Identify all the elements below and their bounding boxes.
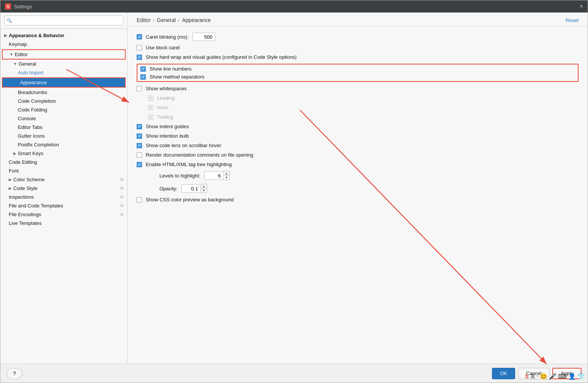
sidebar-item-label: Code Editing: [9, 159, 37, 165]
titlebar-left: S Settings: [5, 3, 32, 9]
app-icon: S: [5, 3, 11, 9]
expand-arrow: ▶: [4, 33, 7, 38]
trailing-checkbox[interactable]: [148, 115, 153, 120]
caret-blinking-input[interactable]: [192, 33, 215, 41]
show-whitespaces-row: Show whitespaces: [137, 86, 579, 91]
levels-spinner: ▲ ▼: [204, 171, 230, 180]
sidebar-item-file-encodings[interactable]: File Encodings ⧉: [0, 210, 127, 219]
opacity-input[interactable]: [181, 184, 200, 193]
show-code-lens-checkbox[interactable]: [137, 143, 142, 148]
sidebar-item-live-templates[interactable]: Live Templates: [0, 219, 127, 228]
copy-icon: ⧉: [120, 212, 123, 217]
sidebar-item-appearance[interactable]: Appearance: [3, 78, 125, 87]
show-css-color-checkbox[interactable]: [137, 197, 142, 202]
sidebar-item-label: Postfix Completion: [18, 142, 59, 148]
levels-label: Levels to highlight:: [159, 173, 200, 179]
sidebar-item-code-style[interactable]: ▶ Code Style ⧉: [0, 184, 127, 193]
sidebar-item-file-code-templates[interactable]: File and Code Templates ⧉: [0, 201, 127, 210]
cancel-button[interactable]: Cancel: [518, 368, 549, 379]
sidebar-item-console[interactable]: Console: [0, 114, 127, 123]
show-indent-guides-row: Show indent guides: [137, 124, 579, 129]
show-indent-guides-checkbox[interactable]: [137, 124, 142, 129]
caret-blinking-checkbox[interactable]: [137, 34, 142, 39]
copy-icon: ⧉: [120, 203, 123, 208]
show-method-sep-label: Show method separators: [150, 74, 205, 80]
show-intention-bulb-label: Show intention bulb: [146, 133, 189, 139]
show-method-separators-row: Show method separators: [140, 74, 575, 80]
content-panel: Editor › General › Appearance Reset Care…: [128, 13, 588, 364]
show-method-sep-checkbox[interactable]: [140, 74, 146, 80]
reset-link[interactable]: Reset: [566, 17, 579, 23]
ok-button[interactable]: OK: [492, 368, 515, 379]
breadcrumb-sep2: ›: [178, 17, 180, 23]
settings-panel: Caret blinking (ms): Use block caret Sho…: [128, 27, 588, 364]
show-line-numbers-label: Show line numbers: [150, 66, 192, 72]
enable-html-xml-checkbox[interactable]: [137, 162, 142, 167]
sidebar-item-postfix-completion[interactable]: Postfix Completion: [0, 140, 127, 149]
show-css-color-label: Show CSS color preview as background: [146, 197, 234, 202]
copy-icon: ⧉: [120, 177, 123, 182]
trailing-row: Trailing: [137, 114, 579, 120]
sidebar-item-keymap[interactable]: Keymap: [0, 40, 127, 49]
sidebar-item-code-completion[interactable]: Code Completion: [0, 97, 127, 105]
show-hard-wrap-label: Show hard wrap and visual guides (config…: [146, 54, 296, 60]
search-input[interactable]: [4, 16, 123, 25]
opacity-down-button[interactable]: ▼: [201, 188, 207, 193]
editor-highlight-box: ▼ Editor: [2, 49, 126, 60]
expand-arrow: ▶: [9, 177, 12, 182]
titlebar: S Settings ×: [0, 0, 588, 13]
breadcrumb: Editor › General › Appearance: [137, 17, 211, 23]
show-whitespaces-checkbox[interactable]: [137, 86, 142, 91]
sidebar-item-gutter-icons[interactable]: Gutter Icons: [0, 132, 127, 140]
sidebar-item-appearance-behavior[interactable]: ▶ Appearance & Behavior: [0, 31, 127, 40]
sidebar-item-code-folding[interactable]: Code Folding: [0, 105, 127, 114]
render-docs-checkbox[interactable]: [137, 152, 142, 158]
search-wrap: 🔍: [4, 16, 123, 25]
caret-blinking-row: Caret blinking (ms):: [137, 33, 579, 41]
sidebar-item-breadcrumbs[interactable]: Breadcrumbs: [0, 88, 127, 97]
show-hard-wrap-row: Show hard wrap and visual guides (config…: [137, 54, 579, 60]
sidebar-item-inspections[interactable]: Inspections ⧉: [0, 193, 127, 201]
breadcrumb-editor: Editor: [137, 17, 151, 23]
leading-checkbox[interactable]: [148, 96, 153, 101]
content-header: Editor › General › Appearance Reset: [128, 13, 588, 27]
sidebar-item-label: File and Code Templates: [9, 203, 63, 209]
sidebar-item-label: Keymap: [9, 41, 27, 47]
search-icon: 🔍: [6, 18, 12, 23]
expand-arrow: ▼: [13, 62, 17, 66]
show-code-lens-row: Show code lens on scrollbar hover: [137, 143, 579, 148]
sidebar-item-label: Color Scheme: [13, 177, 44, 182]
breadcrumb-sep1: ›: [153, 17, 155, 23]
show-hard-wrap-checkbox[interactable]: [137, 55, 142, 60]
levels-down-button[interactable]: ▼: [224, 176, 230, 180]
help-button[interactable]: ?: [6, 368, 22, 379]
close-icon[interactable]: ×: [580, 3, 583, 10]
use-block-caret-row: Use block caret: [137, 45, 579, 50]
levels-up-button[interactable]: ▲: [224, 171, 230, 176]
use-block-caret-checkbox[interactable]: [137, 45, 142, 50]
sidebar-item-label: Code Completion: [18, 98, 56, 104]
sidebar-item-smart-keys[interactable]: ▶ Smart Keys: [0, 149, 127, 158]
show-line-numbers-checkbox[interactable]: [140, 66, 146, 72]
show-code-lens-label: Show code lens on scrollbar hover: [146, 143, 221, 148]
sidebar-item-editor[interactable]: ▼ Editor: [3, 50, 125, 59]
enable-html-xml-label: Enable HTML/XML tag tree highlighting: [146, 162, 232, 167]
window-title: Settings: [14, 4, 32, 9]
use-block-caret-label: Use block caret: [146, 45, 180, 50]
sidebar-item-label: Auto Import: [18, 70, 43, 75]
inner-checkbox[interactable]: [148, 105, 153, 110]
appearance-highlight-box: Appearance: [2, 77, 126, 88]
sidebar-item-color-scheme[interactable]: ▶ Color Scheme ⧉: [0, 175, 127, 184]
sidebar-item-font[interactable]: Font: [0, 166, 127, 175]
sidebar-item-auto-import[interactable]: Auto Import: [0, 68, 127, 77]
sidebar-item-code-editing[interactable]: Code Editing: [0, 158, 127, 166]
apply-button[interactable]: Apply: [552, 368, 582, 379]
levels-spinner-buttons: ▲ ▼: [223, 171, 230, 180]
show-intention-bulb-checkbox[interactable]: [137, 133, 142, 139]
opacity-up-button[interactable]: ▲: [201, 184, 207, 188]
sidebar-item-label: Smart Keys: [18, 151, 43, 156]
levels-input[interactable]: [204, 171, 223, 180]
tree-area: ▶ Appearance & Behavior Keymap ▼ Editor: [0, 29, 127, 364]
sidebar-item-general[interactable]: ▼ General: [0, 60, 127, 68]
sidebar-item-editor-tabs[interactable]: Editor Tabs: [0, 123, 127, 132]
